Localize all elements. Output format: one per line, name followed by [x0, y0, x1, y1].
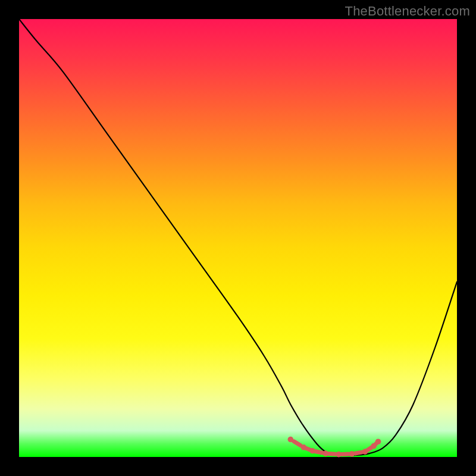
highlight-dot	[336, 452, 342, 458]
highlight-dash	[367, 447, 371, 450]
highlight-dot	[309, 448, 315, 454]
highlight-dot	[301, 444, 307, 450]
highlight-dot	[371, 443, 377, 449]
plot-area	[19, 19, 457, 457]
highlight-dash	[294, 441, 300, 446]
watermark-text: TheBottlenecker.com	[345, 4, 470, 19]
highlight-dash	[329, 453, 336, 454]
highlight-dot	[288, 437, 294, 443]
highlight-dash	[355, 452, 362, 453]
highlight-dot	[322, 450, 328, 456]
curve-svg	[19, 19, 457, 457]
bottleneck-curve-line	[19, 19, 457, 455]
chart-container: TheBottlenecker.com	[0, 0, 476, 476]
highlight-dash	[306, 448, 310, 450]
highlight-dash	[316, 452, 322, 453]
highlight-dot	[375, 439, 381, 444]
highlight-dot	[362, 449, 368, 455]
highlight-dot	[349, 451, 355, 457]
